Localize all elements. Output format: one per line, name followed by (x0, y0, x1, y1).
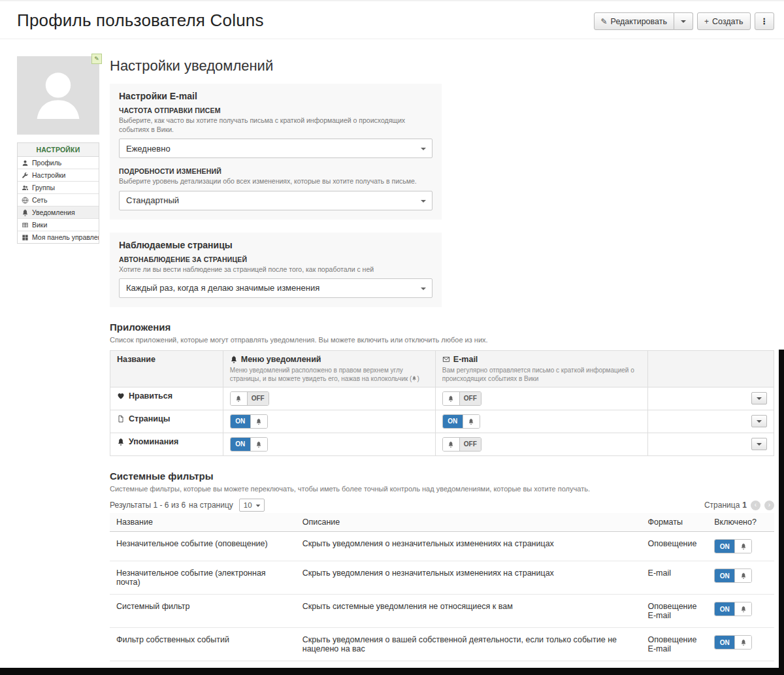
prev-page-button[interactable]: ‹ (751, 501, 760, 510)
filters-col-name[interactable]: Название (110, 513, 296, 532)
sidebar-item-label: Моя панель управления (32, 233, 99, 241)
section-title-notifications: Настройки уведомлений (110, 58, 774, 74)
chevron-down-icon (757, 397, 762, 400)
apps-col-name: Название (110, 350, 223, 387)
chevron-down-icon (255, 505, 260, 507)
sidebar-item-notifications[interactable]: Уведомления (18, 206, 99, 219)
pages-menu-toggle[interactable]: ON (230, 414, 268, 429)
email-frequency-label: ЧАСТОТА ОТПРАВКИ ПИСЕМ (119, 107, 433, 114)
edit-dropdown-button[interactable] (674, 12, 693, 30)
row-dropdown-button[interactable] (751, 415, 767, 427)
page-actions: ✎ Редактировать + Создать ⋮ (594, 12, 774, 30)
row-dropdown-button[interactable] (751, 392, 767, 404)
filters-col-description[interactable]: Описание (296, 513, 642, 532)
bell-icon (734, 602, 751, 616)
avatar-placeholder-icon (17, 56, 99, 135)
email-settings-panel: Настройки E-mail ЧАСТОТА ОТПРАВКИ ПИСЕМ … (110, 84, 442, 220)
apps-col-email: E-mail Вам регулярно отправляется письмо… (435, 350, 647, 387)
table-row: Нравиться OFF OFF (110, 387, 774, 410)
autowatch-select[interactable]: Каждый раз, когда я делаю значимые измен… (119, 278, 433, 298)
filters-col-enabled[interactable]: Включено? (708, 513, 774, 532)
settings-menu-header: НАСТРОЙКИ (18, 143, 99, 157)
system-filters-table: Название Описание Форматы Включено? Незн… (110, 513, 774, 675)
autowatch-value: Каждый раз, когда я делаю значимые измен… (126, 283, 319, 293)
likes-email-toggle[interactable]: OFF (442, 391, 482, 406)
bell-icon (117, 438, 125, 446)
chevron-down-icon (421, 148, 426, 150)
more-actions-button[interactable]: ⋮ (755, 12, 775, 30)
bell-icon (231, 392, 248, 405)
autowatch-label: АВТОНАБЛЮДЕНИЕ ЗА СТРАНИЦЕЙ (119, 255, 433, 263)
email-settings-title: Настройки E-mail (119, 91, 433, 101)
kebab-menu-icon: ⋮ (760, 16, 769, 26)
heart-icon (117, 392, 125, 400)
bell-icon (250, 415, 267, 428)
screen-edge (779, 350, 784, 675)
filter-toggle[interactable]: ON (714, 635, 752, 650)
bell-icon (463, 415, 480, 428)
table-row: Незначительное событие (оповещение) Скры… (110, 532, 774, 561)
page-icon (117, 415, 125, 423)
plus-icon: + (704, 17, 709, 26)
row-dropdown-button[interactable] (751, 438, 767, 450)
filter-toggle[interactable]: ON (714, 602, 752, 616)
edit-button-label: Редактировать (611, 17, 667, 26)
sidebar-item-wiki[interactable]: Вики (18, 219, 99, 231)
chevron-down-icon (421, 288, 426, 290)
main-content: Настройки уведомлений Настройки E-mail Ч… (110, 56, 774, 675)
bell-icon (734, 569, 751, 582)
sidebar-item-network[interactable]: Сеть (18, 194, 99, 206)
table-icon (22, 222, 29, 229)
filters-col-formats[interactable]: Форматы (642, 513, 708, 532)
page-header: Профиль пользователя Coluns ✎ Редактиров… (0, 1, 784, 39)
edit-button[interactable]: ✎ Редактировать (594, 12, 674, 30)
chevron-down-icon (681, 20, 686, 23)
globe-icon (22, 197, 29, 204)
diff-type-label: ПОДРОБНОСТИ ИЗМЕНЕНИЙ (119, 167, 433, 175)
table-row: Фильтр собственных событий Скрыть уведом… (110, 628, 774, 661)
applications-table: Название Меню уведомлений Меню уведомлен… (110, 350, 774, 456)
bell-icon (734, 540, 751, 553)
sidebar-item-dashboard[interactable]: Моя панель управления (18, 231, 99, 243)
table-row: Незначительное событие (электронная почт… (110, 561, 774, 595)
apps-col-actions (647, 350, 774, 387)
chevron-down-icon (421, 200, 426, 203)
wrench-icon (22, 172, 29, 179)
screen-edge (0, 668, 784, 675)
next-page-button[interactable]: › (764, 501, 774, 510)
diff-type-select[interactable]: Стандартный (119, 191, 433, 210)
bell-icon (734, 636, 751, 649)
bell-icon (250, 438, 267, 451)
sidebar-item-label: Настройки (32, 171, 66, 179)
apps-col-menu: Меню уведомлений Меню уведомлений распол… (223, 350, 435, 387)
avatar-edit-icon[interactable]: ✎ (91, 54, 102, 64)
pages-email-toggle[interactable]: ON (442, 414, 480, 429)
per-page-select[interactable]: 10 (239, 499, 265, 512)
sidebar-item-preferences[interactable]: Настройки (18, 169, 99, 182)
diff-type-hint: Выберите уровень детализации обо всех из… (119, 176, 433, 186)
per-page-label: на страницу (189, 501, 233, 510)
avatar: ✎ (17, 56, 99, 135)
dashboard-icon (22, 234, 29, 241)
results-count: Результаты 1 - 6 из 6 (110, 501, 186, 510)
likes-menu-toggle[interactable]: OFF (230, 391, 269, 406)
chevron-down-icon (757, 420, 762, 423)
filter-toggle[interactable]: ON (714, 539, 752, 553)
mentions-email-toggle[interactable]: OFF (442, 437, 482, 452)
filter-toggle[interactable]: ON (714, 568, 752, 583)
users-icon (22, 184, 29, 191)
page-label: Страница (704, 501, 740, 510)
email-frequency-select[interactable]: Ежедневно (119, 139, 433, 158)
sidebar: ✎ НАСТРОЙКИ Профиль Настройки Группы Сет… (17, 56, 99, 244)
mentions-menu-toggle[interactable]: ON (230, 437, 268, 452)
applications-title: Приложения (110, 321, 774, 333)
table-row: Системный фильтр Скрыть системные уведом… (110, 595, 774, 628)
sidebar-item-groups[interactable]: Группы (18, 182, 99, 194)
sidebar-item-label: Профиль (32, 159, 61, 167)
watched-pages-title: Наблюдаемые страницы (119, 240, 433, 250)
create-button[interactable]: + Создать (697, 12, 751, 30)
sidebar-item-profile[interactable]: Профиль (18, 157, 99, 169)
table-row: Страницы ON ON (110, 410, 774, 433)
email-frequency-hint: Выберите, как часто вы хотите получать п… (119, 116, 433, 134)
page-number: 1 (742, 501, 747, 510)
